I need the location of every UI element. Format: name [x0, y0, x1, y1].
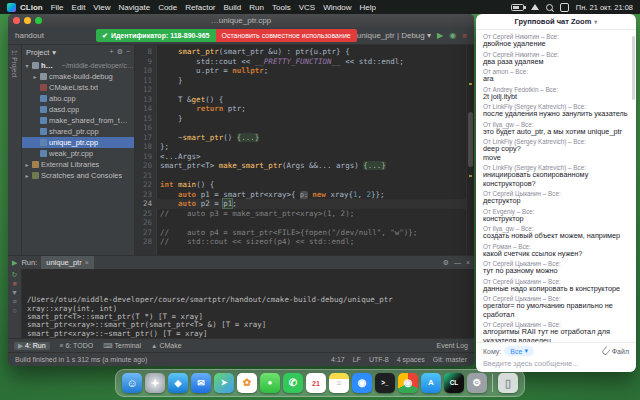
- menu-item[interactable]: Build: [224, 3, 242, 12]
- code-line-text[interactable]: [156, 218, 466, 228]
- stop-process-icon[interactable]: ■: [12, 280, 16, 288]
- code-line-text[interactable]: };: [156, 142, 466, 152]
- menu-item[interactable]: Run: [249, 3, 264, 12]
- tree-item-abo[interactable]: abo.cpp: [22, 93, 134, 104]
- code-line-text[interactable]: <...Args>: [156, 152, 466, 162]
- tree-item-scratches[interactable]: ▸ Scratches and Consoles: [22, 170, 134, 181]
- wifi-icon[interactable]: [531, 4, 539, 10]
- run-tab[interactable]: unique_ptr ×: [41, 256, 94, 269]
- dock-launchpad-icon[interactable]: ✦: [145, 373, 165, 393]
- scroll-down-icon[interactable]: ▼: [11, 289, 18, 297]
- tree-arrow-icon[interactable]: ▸: [24, 172, 30, 179]
- dock-trash-icon[interactable]: ▯: [498, 373, 518, 393]
- zoom-window-button[interactable]: [35, 17, 42, 24]
- minimize-panel-icon[interactable]: —: [454, 259, 461, 267]
- menu-item[interactable]: Window: [323, 3, 351, 12]
- clear-console-icon[interactable]: ○: [12, 307, 16, 315]
- code-line-text[interactable]: [156, 123, 466, 133]
- tool-window-button[interactable]: ⌨ Terminal: [103, 342, 141, 350]
- stop-button[interactable]: ■: [462, 32, 467, 40]
- search-icon[interactable]: [546, 4, 553, 11]
- tree-item-cmakelists[interactable]: CMakeLists.txt: [22, 82, 134, 93]
- dock-photos-icon[interactable]: ✿: [237, 373, 257, 393]
- dock-finder-icon[interactable]: ☺: [122, 373, 142, 393]
- menu-item[interactable]: Help: [360, 3, 376, 12]
- tree-arrow-icon[interactable]: ▾: [24, 62, 30, 69]
- battery-icon[interactable]: [511, 4, 524, 11]
- code-line-text[interactable]: [156, 85, 466, 95]
- code-line-text[interactable]: // auto p4 = smart_ptr<FILE>{fopen("/dev…: [156, 228, 466, 238]
- attach-file-button[interactable]: Файл: [603, 347, 629, 355]
- code-line-text[interactable]: smart_ptr(smart_ptr &u) : ptr{u.ptr} {: [156, 47, 466, 57]
- menu-item[interactable]: Navigate: [119, 3, 151, 12]
- code-line-text[interactable]: ~smart_ptr() {...}: [156, 133, 466, 143]
- dock-settings-icon[interactable]: ⚙: [467, 373, 487, 393]
- menu-item[interactable]: Edit: [72, 3, 86, 12]
- tool-window-button[interactable]: ▲ CMake: [151, 342, 182, 350]
- code-line-text[interactable]: }: [156, 114, 466, 124]
- code-line-text[interactable]: // auto p3 = make_smart_ptr<xray>(1, 2);: [156, 209, 466, 219]
- code-line-text[interactable]: return ptr;: [156, 104, 466, 114]
- dock-zoom-icon[interactable]: ◉: [352, 373, 372, 393]
- menu-item[interactable]: Tools: [272, 3, 291, 12]
- status-widget[interactable]: UTF-8: [369, 356, 389, 363]
- close-window-button[interactable]: [13, 17, 20, 24]
- debug-button[interactable]: ◉: [449, 32, 456, 40]
- project-panel-title[interactable]: Project: [26, 48, 49, 57]
- recipient-selector[interactable]: Все ▾: [504, 346, 534, 356]
- run-button[interactable]: ▶: [437, 32, 443, 40]
- minimize-window-button[interactable]: [24, 17, 31, 24]
- code-line-text[interactable]: auto p2 = p1;: [156, 199, 466, 209]
- code-line-text[interactable]: int main() {: [156, 180, 466, 190]
- chat-scrollbar[interactable]: [632, 36, 635, 100]
- tree-item-external-libraries[interactable]: ▸ External Libraries: [22, 159, 134, 170]
- breadcrumb[interactable]: handout: [15, 31, 44, 40]
- gear-icon[interactable]: ⚙: [443, 259, 449, 267]
- scrollbar-thumb[interactable]: [468, 112, 473, 167]
- run-console[interactable]: /Users/otus/middle-developer/course/smar…: [22, 269, 474, 338]
- status-widget[interactable]: Git: master: [433, 356, 467, 363]
- chat-message-input[interactable]: Введите здесь сообщение...: [483, 359, 629, 368]
- dock-mail-icon[interactable]: ✉: [191, 373, 211, 393]
- tree-item-unique-ptr[interactable]: unique_ptr.cpp: [22, 137, 134, 148]
- chevron-down-icon[interactable]: ▾: [52, 48, 56, 57]
- clion-logo-icon[interactable]: [7, 3, 16, 12]
- tree-item-cmake-build-debug[interactable]: ▸ cmake-build-debug: [22, 71, 134, 82]
- close-tab-icon[interactable]: ×: [85, 259, 89, 266]
- gear-icon[interactable]: ⚙: [117, 48, 123, 56]
- menu-item[interactable]: Refactor: [185, 3, 215, 12]
- dock-appstore-icon[interactable]: A: [421, 373, 441, 393]
- dock-calendar-icon[interactable]: 21: [306, 373, 326, 393]
- run-config-selector[interactable]: unique_ptr | Debug ▾: [357, 31, 431, 40]
- event-log-button[interactable]: Event Log: [436, 342, 468, 349]
- close-panel-icon[interactable]: ×: [466, 259, 470, 267]
- menu-item[interactable]: File: [51, 3, 64, 12]
- code-line-text[interactable]: std::cout << __PRETTY_FUNCTION__ << std:…: [156, 57, 466, 67]
- tree-item-make-shared-from-this[interactable]: make_shared_from_this.cpp: [22, 115, 134, 126]
- status-widget[interactable]: 4:17: [331, 356, 345, 363]
- tree-arrow-icon[interactable]: ▸: [24, 161, 30, 168]
- tree-arrow-icon[interactable]: ▸: [32, 73, 38, 80]
- menu-item[interactable]: View: [93, 3, 110, 12]
- soft-wrap-icon[interactable]: ≡: [12, 298, 16, 306]
- project-tool-label[interactable]: 1: Project: [11, 50, 18, 77]
- locate-file-icon[interactable]: +: [110, 48, 114, 56]
- tool-window-button[interactable]: ▶ 4: Run: [14, 342, 50, 350]
- dock-terminal-icon[interactable]: >_: [375, 373, 395, 393]
- dock-safari-icon[interactable]: ◈: [168, 373, 188, 393]
- rerun-icon[interactable]: ↻: [12, 271, 18, 279]
- control-center-icon[interactable]: [560, 3, 569, 12]
- menu-clock[interactable]: Пн. 21 окт. 21:08: [576, 3, 633, 12]
- tree-item-shared-ptr[interactable]: shared_ptr.cpp: [22, 126, 134, 137]
- code-line-text[interactable]: auto p1 = smart_ptr<xray>{ p: new xray{1…: [156, 190, 466, 200]
- dock-messages-icon[interactable]: ●: [260, 373, 280, 393]
- tree-item-dasd[interactable]: dasd.cpp: [22, 104, 134, 115]
- menu-item[interactable]: VCS: [299, 3, 315, 12]
- dock-clion-icon[interactable]: CL: [444, 373, 464, 393]
- stop-sharing-button[interactable]: Остановить совместное использование: [216, 29, 357, 42]
- tree-item-weak-ptr[interactable]: weak_ptr.cpp: [22, 148, 134, 159]
- code-line-text[interactable]: [156, 171, 466, 181]
- dock-chrome-icon[interactable]: ◉: [398, 373, 418, 393]
- chevron-down-icon[interactable]: ▾: [594, 18, 597, 25]
- code-line-text[interactable]: u.ptr = nullptr;: [156, 66, 466, 76]
